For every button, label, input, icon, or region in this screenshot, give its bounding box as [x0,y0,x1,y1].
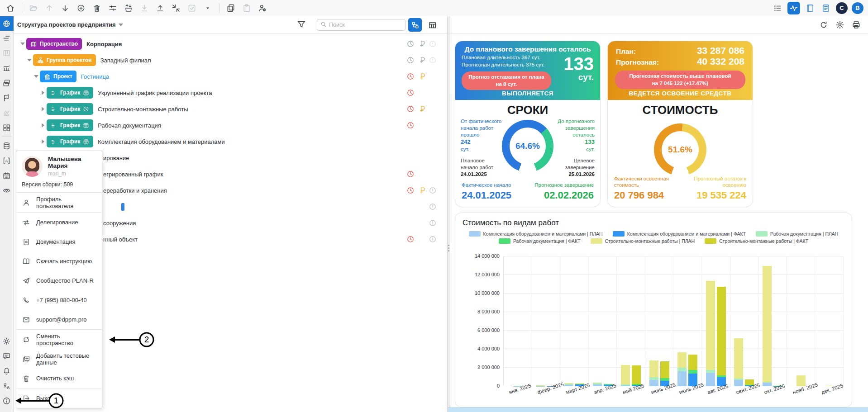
bar-segment [706,281,715,369]
expand-caret-icon[interactable] [27,59,32,62]
copy-icon[interactable] [225,2,237,14]
cost-by-worktype-chart: Стоимость по видам работ Комплектация об… [455,213,852,407]
table-view-button[interactable] [425,18,439,32]
month-group [617,256,645,386]
tree-row[interactable]: ПространствоКорпорация [14,36,447,52]
legend-swatch [613,231,625,237]
menu-item-plus-layers[interactable]: Добавить тестовые данные [16,349,102,369]
ledger-icon[interactable] [820,2,832,14]
timing-card: До планового завершения осталось Планова… [455,41,601,207]
bar-segment [677,368,687,372]
home-icon[interactable] [5,2,16,14]
horizontal-scrollbar[interactable] [448,407,868,412]
clock-status-icon [406,121,415,129]
user-avatar-b[interactable]: B [852,2,863,14]
filter-settings-icon[interactable] [107,2,119,14]
analytics-chart-icon[interactable] [0,61,14,76]
list-view-icon[interactable] [772,2,783,14]
expand-caret-icon[interactable] [34,75,38,78]
chevron-down-icon[interactable] [119,24,123,26]
menu-item-person[interactable]: Профиль пользователя [16,193,102,212]
tree-row[interactable]: ГрафикКомплектация оборудованием и матер… [14,133,447,150]
tree-row-label: Корпорация [86,41,122,47]
menu-item-book[interactable]: Скачать инструкцию [16,251,102,271]
tree-row[interactable]: ПроектГостиница [14,68,447,85]
expand-caret-icon[interactable] [42,90,44,95]
menu-item-swap[interactable]: Делегирование [16,213,102,232]
expand-caret-icon[interactable] [42,139,44,144]
type-badge: Пространство [26,38,82,50]
fact-start-date: 24.01.2025 [462,189,511,202]
archive-box-icon[interactable] [123,2,134,14]
delete-icon[interactable] [91,2,103,14]
cost-gauge-percent: 51.6% [654,123,706,176]
fact-start-label: Фактическое начало [462,182,511,189]
calendar-icon[interactable] [0,168,14,183]
watch-eye-icon[interactable] [0,183,14,198]
tree-view-button[interactable] [408,18,422,32]
search-icon [320,21,327,29]
user-name: Малышева Мария [48,156,96,169]
target-end-label: Целевое завершение [553,157,595,171]
menu-item-trash[interactable]: Очистить кэш [16,369,102,388]
language-translate-icon[interactable]: A [0,379,14,393]
menu-item-send[interactable]: Сообщество PLAN-R [16,271,102,290]
tree-row[interactable]: Группа проектовЗападный филиал [14,52,447,68]
menu-item-phone[interactable]: +7 (995) 880-00-40 [16,290,102,310]
remaining-value: 133 [553,138,595,146]
legend-item: Рабочая документация | ФАКТ [499,238,581,244]
expand-caret-icon[interactable] [42,123,44,128]
remaining-unit: сут. [553,146,595,153]
spaces-globe-icon[interactable] [0,16,14,31]
settings-gear-icon[interactable] [835,20,844,29]
menu-item-label: Выход [36,395,54,402]
gantt-list-icon[interactable] [0,31,14,46]
search-box[interactable] [317,19,405,31]
target-end-date: 25.01.2026 [553,171,595,178]
print-icon[interactable] [852,20,861,29]
theme-sun-icon[interactable] [0,334,14,349]
windows-cascade-icon[interactable] [0,76,14,90]
repeat-icon [22,336,30,344]
activity-icon[interactable] [787,2,800,14]
y-axis-label: 6 000 000 [460,327,500,333]
attributes-icon[interactable]: A [0,153,14,168]
menu-item-logout[interactable]: Выход [16,388,102,408]
clock-status-icon [406,72,415,81]
filter-funnel-icon[interactable] [296,19,306,31]
logo-c[interactable]: C [836,2,848,14]
more-dropdown-icon[interactable] [202,2,214,14]
panel-title-dropdown[interactable]: Структура проектов предприятия [17,21,116,28]
info-icon[interactable] [0,393,14,408]
tree-row[interactable]: ГрафикСтроительно-монтажные работы [14,101,447,117]
cost-plan-value: 33 287 086 [697,45,744,56]
journal-icon[interactable] [804,2,816,14]
user-settings-icon[interactable] [257,2,268,14]
stacked-bar [660,361,669,386]
search-input[interactable] [329,22,397,28]
export-icon[interactable] [154,2,166,14]
tree-row[interactable]: ГрафикРабочая документация [14,117,447,133]
tree-row-label-fragment: егрированный график [103,171,163,178]
import-icon [138,2,150,14]
menu-item-mail[interactable]: support@dppm.pro [16,310,102,329]
y-axis-label: 12 000 000 [460,272,500,277]
comments-chat-icon[interactable] [0,349,14,364]
refresh-icon[interactable] [819,20,828,29]
move-down-icon[interactable] [59,2,71,14]
org-icon [37,57,44,64]
expand-caret-icon[interactable] [20,43,25,45]
database-icon[interactable] [0,138,14,153]
tree-row[interactable]: ГрафикУкрупненный график реализации прое… [14,85,447,101]
days-left-value: 133 [563,55,594,72]
panel-splitter[interactable] [447,16,450,412]
menu-item-repeat[interactable]: Сменить пространство [16,330,102,349]
dashboard-grid-icon[interactable] [0,120,14,135]
milestones-flag-icon[interactable] [0,90,14,105]
add-icon[interactable] [75,2,87,14]
collapse-all-icon[interactable] [170,2,182,14]
expand-caret-icon[interactable] [42,107,44,111]
send-icon [22,277,30,285]
notifications-bell-icon[interactable] [0,364,14,379]
menu-item-doc[interactable]: Документация [16,232,102,251]
